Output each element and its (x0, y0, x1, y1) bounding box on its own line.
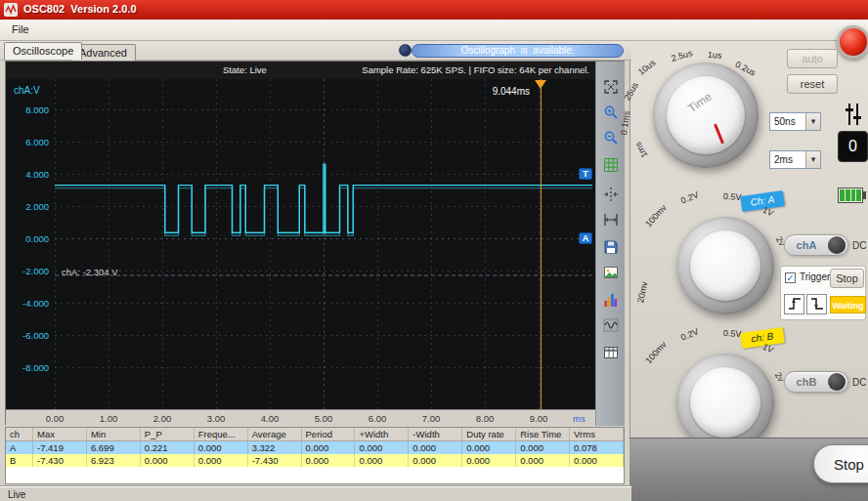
channel-b-volts-knob[interactable] (676, 354, 774, 451)
status-bar: Live (0, 486, 631, 501)
col-header: Period (302, 428, 356, 440)
rising-edge-button[interactable] (784, 294, 804, 314)
snapshot-icon (603, 265, 619, 280)
x-tick: 9.00 (521, 413, 556, 424)
trigger-time-select[interactable]: 50ns ▾ (769, 112, 821, 131)
trigger-checkbox-label: Trigger (800, 271, 830, 282)
channel-b-toggle-knob[interactable] (828, 373, 846, 391)
col-header: Rise Time (516, 428, 570, 440)
cell: 0.000 (462, 454, 516, 467)
cell: 0.000 (516, 454, 570, 467)
channel-b-coupling-label: DC (852, 377, 866, 388)
banner-indicator-icon (399, 44, 412, 57)
x-tick: 1.00 (91, 413, 126, 424)
falling-edge-button[interactable] (806, 294, 827, 314)
power-button[interactable] (837, 25, 868, 59)
app-window: OSC802 Version 2.0.0 File Stop Oscillosc… (0, 0, 868, 501)
time-knob[interactable]: Time (653, 63, 759, 168)
col-header: -Width (409, 428, 462, 440)
trigger-count-display: 0 (838, 131, 868, 162)
falling-edge-icon (809, 296, 825, 312)
menu-file[interactable]: File (0, 20, 41, 39)
y-tick: 6.000 (6, 137, 49, 147)
measurement-table: ch Max Min P_P Freque... Average Period … (5, 427, 625, 484)
timebase-value: 2ms (770, 154, 805, 165)
spectrum-button[interactable] (600, 290, 622, 312)
cell: 0.000 (302, 441, 356, 454)
horizontal-cursor-button[interactable] (600, 210, 622, 231)
grid-button[interactable] (600, 155, 622, 177)
channel-a-zero-marker[interactable]: A (579, 232, 592, 244)
waveform-canvas (55, 79, 592, 409)
x-axis: 0.00 1.00 2.00 3.00 4.00 5.00 6.00 7.00 … (6, 409, 595, 426)
battery-nub (863, 191, 866, 199)
trigger-level-marker[interactable]: T (579, 168, 592, 180)
trigger-stop-button[interactable]: Stop (830, 269, 864, 288)
zoom-in-button[interactable] (600, 103, 622, 124)
table-row-channel-b[interactable]: B -7.430 6.923 0.000 0.000 -7.430 0.000 … (6, 454, 624, 467)
snapshot-button[interactable] (600, 263, 622, 284)
y-tick: -2.000 (6, 266, 49, 276)
col-header: Freque... (195, 428, 248, 440)
reset-button[interactable]: reset (787, 74, 838, 94)
main-stop-button[interactable]: Stop (813, 444, 868, 483)
waveform-button[interactable] (600, 315, 622, 337)
table-header-row: ch Max Min P_P Freque... Average Period … (6, 428, 624, 441)
measurements-button[interactable] (600, 343, 622, 364)
cha-scale-label: 0.5V (723, 191, 742, 202)
col-header: Max (33, 428, 87, 440)
menu-bar: File (0, 20, 868, 41)
zoom-out-icon (603, 130, 619, 146)
time-cursor-handle[interactable] (535, 80, 546, 89)
channel-a-enable-button[interactable]: chA (784, 234, 848, 256)
col-header: ch (6, 428, 33, 440)
channel-a-button-label: chA (785, 239, 828, 251)
cell: 0.000 (462, 441, 516, 454)
spectrum-icon (603, 292, 619, 308)
availability-banner: Oscillograph is available. (412, 44, 624, 58)
tab-oscilloscope[interactable]: Oscilloscope (4, 42, 82, 60)
y-tick: 2.000 (6, 201, 49, 212)
trigger-checkbox[interactable]: ✓ (785, 272, 796, 283)
filter-settings-icon[interactable] (843, 102, 864, 127)
cell: 0.000 (516, 441, 570, 454)
vertical-cursor-button[interactable] (600, 185, 622, 206)
battery-icon (838, 188, 863, 203)
cell: 0.000 (409, 454, 462, 467)
channel-b-enable-button[interactable]: chB (784, 371, 848, 393)
plot-area[interactable]: chA:V 8.000 6.000 4.000 2.000 0.000 -2.0… (6, 79, 595, 409)
col-header: Average (248, 428, 302, 440)
horizontal-cursor-icon (603, 212, 619, 228)
cell: 0.000 (195, 441, 248, 454)
col-header: P_P (141, 428, 195, 440)
window-title: OSC802 Version 2.0.0 (23, 3, 137, 15)
cell: 6.923 (87, 454, 141, 467)
title-bar[interactable]: OSC802 Version 2.0.0 (0, 0, 868, 20)
auto-button[interactable]: auto (787, 49, 838, 68)
timebase-select[interactable]: 2ms ▾ (769, 150, 821, 169)
vertical-cursor-icon (603, 187, 619, 202)
channel-a-toggle-knob[interactable] (828, 236, 846, 254)
x-tick: 6.00 (360, 413, 395, 424)
cell: -7.419 (33, 441, 87, 454)
status-text: Live (8, 489, 25, 500)
y-tick: 0.000 (6, 233, 49, 244)
cell: -7.430 (33, 454, 87, 467)
grid-icon (603, 157, 619, 173)
save-button[interactable] (600, 237, 622, 259)
x-tick: 4.00 (252, 413, 287, 424)
y-tick: 8.000 (6, 104, 49, 115)
waveform-icon (603, 317, 619, 333)
col-header: Min (87, 428, 141, 440)
fullscreen-button[interactable] (600, 77, 622, 99)
channel-a-volts-knob[interactable] (676, 217, 774, 314)
time-cursor-label: 9.044ms (465, 86, 530, 97)
y-tick: -6.000 (6, 330, 49, 341)
col-header: Duty rate (462, 428, 516, 440)
channel-a-coupling-label: DC (852, 240, 866, 251)
table-row-channel-a[interactable]: A -7.419 6.699 0.221 0.000 3.322 0.000 0… (6, 441, 624, 454)
col-header: +Width (355, 428, 409, 440)
cell: 0.000 (355, 454, 409, 467)
x-tick: 5.00 (306, 413, 341, 424)
scope-state: State: Live (223, 64, 267, 75)
